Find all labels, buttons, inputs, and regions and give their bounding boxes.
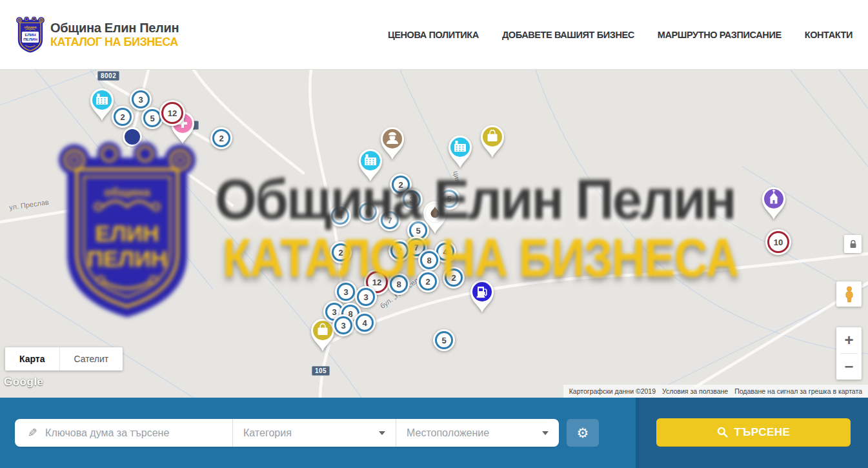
search-bar: ✎ Категория Местоположение ⚙ ТЪРСЕНЕ <box>0 398 868 468</box>
attribution-text: Картографски данни ©2019 <box>566 387 659 395</box>
map-type-map-button[interactable]: Карта <box>5 347 59 371</box>
zoom-control: + − <box>836 327 862 380</box>
cluster-marker[interactable]: 3 <box>401 188 423 210</box>
factory-pin[interactable] <box>446 134 474 169</box>
cluster-marker[interactable]: 2 <box>417 270 439 292</box>
cluster-marker[interactable]: 3 <box>355 286 377 308</box>
search-button[interactable]: ТЪРСЕНЕ <box>656 418 851 446</box>
category-select-label: Категория <box>243 427 292 439</box>
search-icon <box>717 427 728 438</box>
cluster-marker[interactable]: 3 <box>335 281 357 303</box>
cluster-marker[interactable]: 2 <box>112 106 134 128</box>
map-canvas[interactable]: ул. Преславбул. „Новоселция8002105 32512… <box>0 70 868 398</box>
cluster-marker[interactable]: 10 <box>765 229 791 255</box>
cluster-marker[interactable]: 2 <box>389 239 410 261</box>
chevron-down-icon <box>542 431 549 435</box>
municipality-crest-icon: община ЕЛИН ПЕЛИН <box>15 16 45 54</box>
zoom-in-button[interactable]: + <box>836 327 862 353</box>
cluster-marker[interactable]: 4 <box>354 312 376 334</box>
road-badge: 8002 <box>97 71 119 81</box>
brand-subtitle: КАТАЛОГ НА БИЗНЕСА <box>50 36 179 49</box>
factory-pin[interactable] <box>356 148 385 183</box>
pegman-icon <box>842 286 856 303</box>
cluster-marker[interactable]: 4 <box>329 205 351 227</box>
search-fields-group: ✎ Категория Местоположение <box>15 419 559 447</box>
svg-text:ПЕЛИН: ПЕЛИН <box>23 37 37 41</box>
cluster-marker[interactable]: 12 <box>159 100 185 126</box>
church-pin[interactable] <box>760 186 788 221</box>
header: община ЕЛИН ПЕЛИН Община Елин Пелин КАТА… <box>0 0 868 70</box>
nav-item-pricing[interactable]: ЦЕНОВА ПОЛИТИКА <box>388 30 479 40</box>
main-nav: ЦЕНОВА ПОЛИТИКАДОБАВЕТЕ ВАШИЯТ БИЗНЕСМАР… <box>388 30 853 40</box>
nav-item-contacts[interactable]: КОНТАКТИ <box>805 30 853 40</box>
cluster-marker[interactable]: 3 <box>332 314 354 336</box>
bag-pin[interactable] <box>478 124 507 159</box>
chevron-down-icon <box>379 431 385 435</box>
brand-logo[interactable]: община ЕЛИН ПЕЛИН Община Елин Пелин КАТА… <box>15 16 179 54</box>
svg-text:община: община <box>24 25 36 28</box>
zoom-out-button[interactable]: − <box>836 354 862 380</box>
keyword-field-wrap: ✎ <box>15 419 232 447</box>
map-type-satellite-button[interactable]: Сателит <box>59 347 123 371</box>
cluster-marker[interactable]: 5 <box>438 188 460 210</box>
pencil-icon: ✎ <box>28 426 37 440</box>
category-select[interactable]: Категория <box>232 419 396 447</box>
map-type-control: Карта Сателит <box>5 347 123 371</box>
lock-icon <box>848 239 858 250</box>
category-circle-marker[interactable] <box>123 127 142 147</box>
street-view-pegman-button[interactable] <box>836 281 862 307</box>
cluster-marker[interactable]: 2 <box>210 127 232 149</box>
keyword-input[interactable] <box>45 427 232 439</box>
cluster-marker[interactable]: 8 <box>418 249 440 271</box>
map-attribution: Картографски данни ©2019Условия за ползв… <box>563 385 868 398</box>
attribution-link[interactable]: Условия за ползване <box>659 387 731 395</box>
nav-item-add-business[interactable]: ДОБАВЕТЕ ВАШИЯТ БИЗНЕС <box>502 30 634 40</box>
brand-title: Община Елин Пелин <box>50 21 179 36</box>
fuel-pin[interactable] <box>468 279 496 314</box>
cluster-marker[interactable]: 8 <box>388 273 410 295</box>
road-badge: 105 <box>312 366 330 376</box>
cluster-marker[interactable]: 7 <box>379 209 401 231</box>
nav-item-route-schedule[interactable]: МАРШРУТНО РАЗПИСАНИЕ <box>658 30 782 40</box>
attribution-link[interactable]: Подаване на сигнал за грешка в картата <box>731 387 865 395</box>
google-logo[interactable]: Google <box>4 376 44 389</box>
cluster-marker[interactable]: 2 <box>330 241 352 263</box>
location-select[interactable]: Местоположение <box>396 419 559 447</box>
gear-icon: ⚙ <box>577 425 589 441</box>
svg-text:ЕЛИН: ЕЛИН <box>25 32 36 36</box>
cluster-marker[interactable]: 6 <box>357 201 379 223</box>
cluster-marker[interactable]: 5 <box>433 329 455 351</box>
cluster-marker[interactable]: 2 <box>443 267 465 289</box>
search-button-label: ТЪРСЕНЕ <box>734 426 791 439</box>
advanced-settings-button[interactable]: ⚙ <box>567 419 599 447</box>
fullscreen-lock-button[interactable] <box>844 235 862 253</box>
location-select-label: Местоположение <box>407 427 489 439</box>
